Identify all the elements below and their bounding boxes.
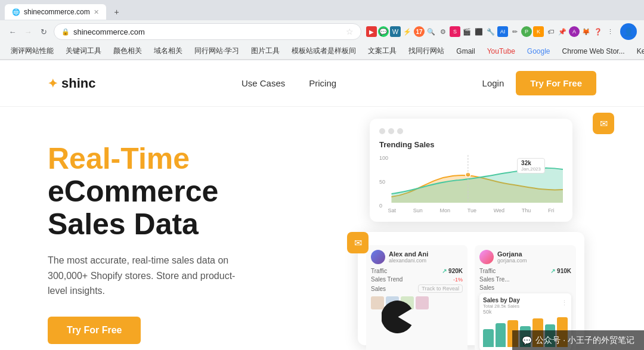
x-mon: Mon	[439, 207, 450, 213]
ext-icon-8[interactable]: S	[450, 26, 460, 37]
ext-icon-5[interactable]: 17	[414, 26, 425, 37]
y-0: 0	[379, 203, 388, 209]
ext-icon-13[interactable]: ✏	[509, 26, 520, 37]
watermark-icon: 💬	[522, 336, 532, 345]
tab-title: shinecommerce.com	[24, 8, 90, 16]
store-2-info: Gorjana gorjana.com	[497, 250, 527, 264]
ext-icon-18[interactable]: A	[569, 26, 580, 37]
main-nav: ✦ shinc Use Cases Pricing Login Try For …	[0, 60, 644, 107]
browser-chrome: 🌐 shinecommerce.com ✕ + ← → ↻ 🔒 shinecom…	[0, 0, 644, 60]
ext-icon-21[interactable]: ⋮	[605, 26, 615, 37]
bookmark-keyword[interactable]: Keyword Planner-...	[632, 46, 644, 57]
store-1-sales: Sales Track to Reveal	[371, 284, 463, 293]
bookmark-4[interactable]: 域名相关	[149, 45, 187, 57]
dot-1	[379, 128, 385, 134]
nav-try-free-button[interactable]: Try For Free	[516, 71, 596, 95]
sales-day-menu[interactable]: ⋮	[561, 299, 568, 307]
ext-icon-12[interactable]: AI	[497, 26, 508, 37]
active-tab[interactable]: 🌐 shinecommerce.com ✕	[5, 4, 106, 20]
dot-2	[388, 128, 394, 134]
hero-text: Real-Time eCommerce Sales Data The most …	[48, 131, 298, 344]
address-bar[interactable]: 🔒 shinecommerce.com ☆	[54, 23, 361, 40]
bookmark-6[interactable]: 图片工具	[246, 45, 284, 57]
thumb-4	[416, 296, 429, 309]
ext-icon-2[interactable]: 💬	[378, 26, 389, 37]
bookmark-chrome[interactable]: Chrome Web Stor...	[558, 46, 630, 57]
bar-1	[483, 329, 494, 347]
sales-day-header: Sales by Day Total 28.5k Sales ⋮	[483, 297, 568, 309]
sales-bar-label: 50k	[483, 309, 568, 315]
bookmarks-bar: 测评网站性能 关键词工具 颜色相关 域名相关 同行网站·学习 图片工具 模板站或…	[0, 43, 644, 60]
ext-icon-17[interactable]: 📌	[557, 26, 568, 37]
ext-icon-3[interactable]: W	[390, 26, 401, 37]
back-button[interactable]: ←	[7, 26, 18, 37]
bookmark-gmail[interactable]: Gmail	[451, 46, 479, 57]
ext-icon-14[interactable]: P	[521, 26, 532, 37]
x-fri: Fri	[548, 207, 555, 213]
card-dots	[379, 128, 563, 134]
bookmark-2[interactable]: 关键词工具	[61, 45, 106, 57]
logo: ✦ shinc	[48, 76, 95, 91]
pacman-shape	[382, 301, 414, 333]
store-2-name: Gorjana	[497, 250, 527, 258]
nav-right: Login Try For Free	[482, 71, 596, 95]
bookmark-7[interactable]: 模板站或者是样板间	[287, 45, 361, 57]
dashboard-mockup: ✉ Trending Sales 100 50 0	[358, 119, 608, 345]
ext-icon-19[interactable]: 🦊	[581, 26, 592, 37]
x-sat: Sat	[388, 207, 396, 213]
ext-icon-4[interactable]: ⚡	[402, 26, 413, 37]
x-tue: Tue	[467, 207, 476, 213]
store-1-avatar	[371, 250, 385, 264]
trend-icon-2: ↗	[550, 268, 555, 274]
track-reveal-1[interactable]: Track to Reveal	[418, 284, 463, 293]
new-tab-button[interactable]: +	[109, 4, 125, 20]
store-1-info: Alex and Ani alexandani.com	[389, 250, 428, 264]
login-button[interactable]: Login	[482, 78, 504, 88]
hero-try-free-button[interactable]: Try For Free	[48, 317, 141, 344]
logo-star-icon: ✦	[48, 76, 58, 91]
tab-bar: 🌐 shinecommerce.com ✕ +	[0, 0, 644, 20]
star-icon[interactable]: ☆	[346, 27, 354, 36]
reload-button[interactable]: ↻	[38, 26, 49, 37]
bookmark-youtube[interactable]: YouTube	[482, 46, 520, 57]
lock-icon: 🔒	[61, 28, 70, 36]
sales-day-title: Sales by Day Total 28.5k Sales	[483, 297, 520, 309]
ext-icon-15[interactable]: K	[533, 26, 544, 37]
logo-text: shinc	[61, 76, 95, 91]
traffic-value-2: ↗ 910K	[550, 268, 571, 274]
ext-icon-10[interactable]: ⬛	[473, 26, 484, 37]
ext-icon-6[interactable]: 🔍	[426, 26, 436, 37]
forward-button[interactable]: →	[23, 26, 33, 37]
use-cases-link[interactable]: Use Cases	[242, 78, 285, 88]
ext-icon-7[interactable]: ⚙	[438, 26, 448, 37]
ext-icon-20[interactable]: ❓	[593, 26, 603, 37]
dot-3	[397, 128, 403, 134]
sales-label-1: Sales	[371, 286, 386, 292]
hero-title-highlight: Real-Time	[48, 142, 190, 175]
y-100: 100	[379, 155, 388, 161]
nav-links: Use Cases Pricing	[242, 78, 336, 88]
sales-trend-value-1: -1%	[453, 277, 463, 283]
pricing-link[interactable]: Pricing	[309, 78, 336, 88]
hero-description: The most accurate, real-time sales data …	[48, 253, 250, 299]
ext-icon-9[interactable]: 🎬	[462, 26, 472, 37]
hero-title-dark: eCommerce Sales Data	[48, 175, 218, 241]
chart-value: 32k	[521, 160, 541, 166]
trending-sales-card: Trending Sales 100 50 0 32k Jan,2023	[370, 119, 572, 222]
bookmark-google[interactable]: Google	[522, 46, 555, 57]
ext-icon-16[interactable]: 🏷	[545, 26, 556, 37]
sales-trend-label-2: Sales Tre...	[479, 276, 510, 283]
bookmark-3[interactable]: 颜色相关	[109, 45, 147, 57]
bookmark-1[interactable]: 测评网站性能	[6, 45, 58, 57]
chart-date: Jan,2023	[521, 166, 541, 172]
sales-trend-label-1: Sales Trend	[371, 276, 402, 283]
profile-icon[interactable]: 👤	[620, 23, 637, 40]
ext-icon-1[interactable]: ▶	[366, 26, 377, 37]
bar-2	[496, 323, 506, 347]
bookmark-5[interactable]: 同行网站·学习	[190, 45, 244, 57]
ext-icon-11[interactable]: 🔧	[485, 26, 496, 37]
store-2-url: gorjana.com	[497, 258, 527, 264]
bookmark-8[interactable]: 文案工具	[363, 45, 401, 57]
bookmark-9[interactable]: 找同行网站	[404, 45, 449, 57]
store-1-name: Alex and Ani	[389, 250, 428, 258]
